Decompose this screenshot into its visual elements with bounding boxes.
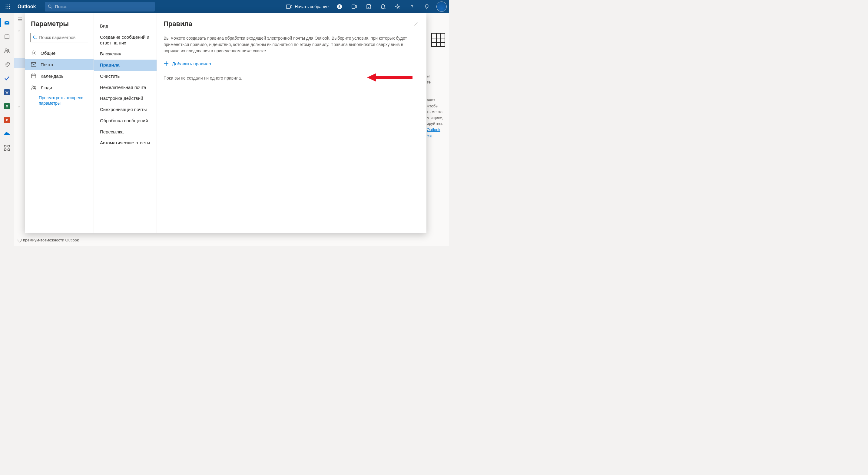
svg-rect-26 [4, 145, 6, 147]
sub-item-rules[interactable]: Правила [94, 60, 157, 71]
svg-point-4 [7, 6, 8, 7]
svg-point-17 [397, 6, 399, 7]
quick-settings-link[interactable]: Просмотреть экспресс-параметры [25, 93, 94, 106]
settings-search-input[interactable] [39, 35, 85, 40]
rail-more-apps[interactable] [0, 141, 14, 155]
svg-point-6 [6, 8, 7, 9]
sub-item-message-handling[interactable]: Обработка сообщений [94, 115, 157, 127]
left-rail: W X P [0, 13, 14, 246]
svg-point-8 [9, 8, 10, 9]
svg-point-25 [7, 49, 9, 51]
svg-point-40 [33, 52, 34, 54]
sub-item-autoreply[interactable]: Автоматические ответы [94, 137, 157, 148]
svg-point-5 [9, 6, 10, 7]
hamburger-button[interactable] [14, 13, 26, 25]
sub-item-compose[interactable]: Создание сообщений и ответ на них [94, 32, 157, 49]
panel-description: Вы можете создавать правила обработки вх… [163, 35, 412, 54]
help-icon: ? [409, 4, 415, 9]
search-icon [33, 35, 37, 40]
settings-panel: Правила Вы можете создавать правила обра… [157, 13, 427, 233]
svg-rect-29 [8, 149, 10, 151]
category-label: Люди [40, 85, 52, 90]
premium-text: премиум-возможности Outlook [23, 238, 79, 242]
skype-button[interactable]: S [333, 0, 346, 13]
people-icon [4, 47, 10, 54]
word-icon: W [4, 89, 10, 95]
svg-point-7 [7, 8, 8, 9]
notes-button[interactable] [362, 0, 375, 13]
outlook-link[interactable]: Outlook [427, 127, 449, 133]
video-icon [286, 4, 292, 9]
add-rule-button[interactable]: Добавить правило [163, 60, 420, 70]
panel-title: Правила [163, 20, 420, 28]
category-label: Календарь [40, 73, 64, 79]
lightbulb-icon [424, 4, 430, 9]
apps-grid-icon [4, 145, 10, 151]
my-link[interactable]: мы [427, 133, 449, 139]
category-label: Общие [40, 50, 55, 56]
teams-button[interactable] [347, 0, 361, 13]
calendar-icon [31, 73, 36, 79]
rail-calendar[interactable] [0, 30, 14, 43]
tips-button[interactable] [420, 0, 433, 13]
settings-modal: Параметры Общие Почта Календарь Люди Про… [25, 13, 427, 233]
sub-item-customize-actions[interactable]: Настройка действий [94, 93, 157, 104]
search-icon [48, 4, 52, 9]
svg-rect-11 [286, 5, 290, 8]
svg-point-24 [5, 49, 7, 50]
premium-promo[interactable]: премиум-возможности Outlook [18, 238, 79, 243]
onedrive-icon [4, 131, 10, 137]
svg-rect-28 [4, 149, 6, 151]
svg-point-2 [9, 4, 10, 5]
search-input[interactable] [55, 4, 152, 9]
people-icon [31, 85, 36, 90]
calendar-icon [4, 34, 10, 40]
svg-point-9 [49, 5, 51, 7]
category-people[interactable]: Люди [25, 82, 94, 93]
mail-icon [4, 20, 10, 26]
rail-files[interactable] [0, 58, 14, 71]
diamond-icon [18, 238, 22, 243]
help-button[interactable]: ? [406, 0, 419, 13]
svg-text:S: S [338, 5, 340, 8]
add-rule-label: Добавить правило [172, 61, 211, 66]
svg-rect-19 [4, 21, 9, 25]
rail-onedrive[interactable] [0, 127, 14, 141]
sub-item-sync[interactable]: Синхронизация почты [94, 104, 157, 115]
sub-item-forwarding[interactable]: Пересылка [94, 127, 157, 138]
svg-point-1 [7, 4, 8, 5]
svg-point-46 [32, 86, 34, 88]
sub-item-attachments[interactable]: Вложения [94, 48, 157, 60]
todo-icon [4, 75, 10, 81]
settings-button[interactable] [391, 0, 404, 13]
search-bar[interactable] [45, 2, 155, 11]
category-mail[interactable]: Почта [25, 59, 94, 70]
rail-mail[interactable] [0, 16, 14, 30]
sub-item-layout[interactable]: Вид [94, 21, 157, 32]
plus-icon [163, 61, 169, 66]
notifications-button[interactable] [376, 0, 390, 13]
rail-todo[interactable] [0, 71, 14, 85]
sub-item-junk[interactable]: Нежелательная почта [94, 82, 157, 93]
background-right-text: ы те ания Чтобы ть место м ящике, ируйте… [427, 34, 449, 139]
sub-item-sweep[interactable]: Очистить [94, 71, 157, 82]
app-launcher-button[interactable] [1, 0, 14, 13]
svg-rect-14 [352, 5, 355, 8]
svg-text:?: ? [411, 4, 413, 9]
category-label: Почта [40, 62, 53, 67]
settings-search[interactable] [30, 33, 88, 42]
rail-excel[interactable]: X [0, 99, 14, 113]
close-button[interactable] [411, 19, 421, 28]
start-meeting-button[interactable]: Начать собрание [283, 4, 332, 9]
rail-powerpoint[interactable]: P [0, 113, 14, 127]
account-avatar[interactable] [436, 1, 447, 12]
svg-rect-20 [5, 35, 9, 39]
category-general[interactable]: Общие [25, 47, 94, 59]
gear-icon [31, 50, 36, 56]
svg-point-0 [6, 4, 7, 5]
category-calendar[interactable]: Календарь [25, 70, 94, 82]
rail-word[interactable]: W [0, 85, 14, 99]
excel-icon: X [4, 103, 10, 109]
svg-point-38 [33, 36, 36, 38]
rail-people[interactable] [0, 43, 14, 58]
